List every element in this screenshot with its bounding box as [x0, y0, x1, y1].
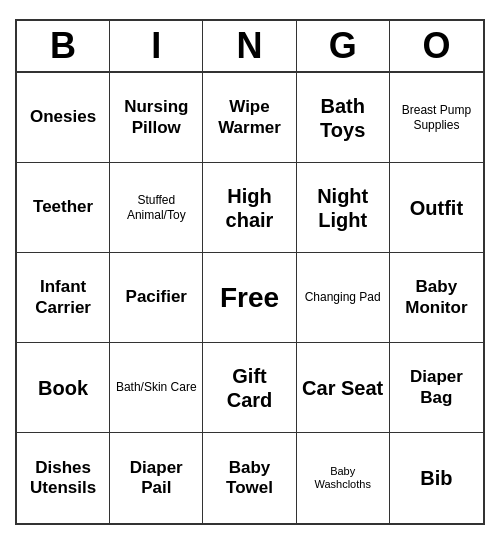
bingo-cell-8[interactable]: Night Light [297, 163, 390, 253]
header-letter-O: O [390, 21, 483, 71]
bingo-grid: OnesiesNursing PillowWipe WarmerBath Toy… [17, 73, 483, 523]
header-letter-N: N [203, 21, 296, 71]
bingo-cell-24[interactable]: Bib [390, 433, 483, 523]
bingo-cell-1[interactable]: Nursing Pillow [110, 73, 203, 163]
bingo-cell-18[interactable]: Car Seat [297, 343, 390, 433]
bingo-cell-16[interactable]: Bath/Skin Care [110, 343, 203, 433]
bingo-cell-3[interactable]: Bath Toys [297, 73, 390, 163]
bingo-cell-6[interactable]: Stuffed Animal/Toy [110, 163, 203, 253]
bingo-card: BINGO OnesiesNursing PillowWipe WarmerBa… [15, 19, 485, 525]
bingo-header: BINGO [17, 21, 483, 73]
header-letter-G: G [297, 21, 390, 71]
bingo-cell-23[interactable]: Baby Washcloths [297, 433, 390, 523]
bingo-cell-20[interactable]: Dishes Utensils [17, 433, 110, 523]
bingo-cell-13[interactable]: Changing Pad [297, 253, 390, 343]
header-letter-B: B [17, 21, 110, 71]
bingo-cell-2[interactable]: Wipe Warmer [203, 73, 296, 163]
bingo-cell-14[interactable]: Baby Monitor [390, 253, 483, 343]
bingo-cell-22[interactable]: Baby Towel [203, 433, 296, 523]
bingo-cell-21[interactable]: Diaper Pail [110, 433, 203, 523]
bingo-cell-5[interactable]: Teether [17, 163, 110, 253]
bingo-cell-7[interactable]: High chair [203, 163, 296, 253]
bingo-cell-17[interactable]: Gift Card [203, 343, 296, 433]
bingo-cell-12[interactable]: Free [203, 253, 296, 343]
bingo-cell-0[interactable]: Onesies [17, 73, 110, 163]
bingo-cell-19[interactable]: Diaper Bag [390, 343, 483, 433]
bingo-cell-9[interactable]: Outfit [390, 163, 483, 253]
bingo-cell-15[interactable]: Book [17, 343, 110, 433]
bingo-cell-10[interactable]: Infant Carrier [17, 253, 110, 343]
bingo-cell-4[interactable]: Breast Pump Supplies [390, 73, 483, 163]
header-letter-I: I [110, 21, 203, 71]
bingo-cell-11[interactable]: Pacifier [110, 253, 203, 343]
